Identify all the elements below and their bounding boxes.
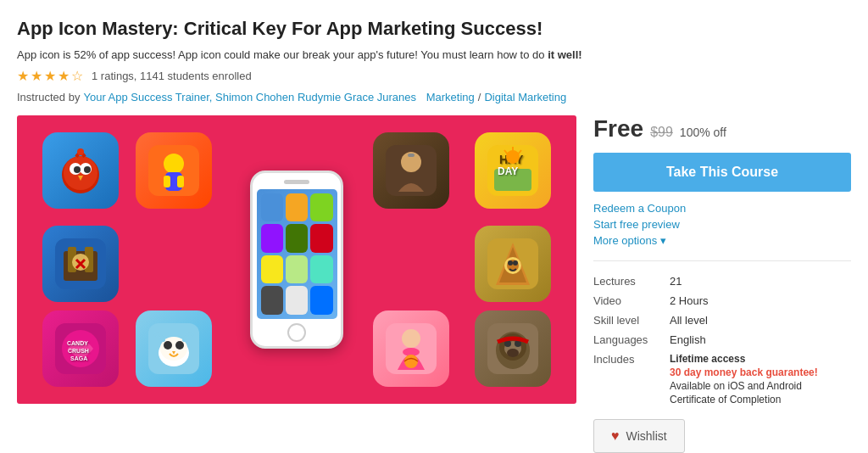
phone-app-7: [261, 255, 283, 284]
includes-values: Lifetime access 30 day money back guaran…: [670, 350, 851, 409]
svg-point-20: [506, 150, 520, 164]
svg-text:SAGA: SAGA: [70, 355, 87, 361]
phone-app-10: [261, 286, 283, 315]
warriors-icon: [373, 132, 449, 209]
svg-text:CRUSH: CRUSH: [68, 348, 89, 354]
phone-app-4: [261, 224, 283, 253]
price-original: $99: [650, 125, 673, 140]
category-marketing-link[interactable]: Marketing: [426, 91, 475, 103]
heart-icon: ♥: [611, 428, 620, 444]
angry-birds-icon: [42, 132, 119, 209]
languages-row: Languages English: [593, 330, 851, 350]
subway-surfers-icon: [136, 132, 212, 209]
temple-run-icon: [475, 226, 551, 302]
phone-app-1: [261, 193, 283, 222]
sidebar-links: Redeem a Coupon Start free preview More …: [593, 202, 851, 247]
star-rating: ★★★★☆: [17, 68, 85, 84]
more-options-link[interactable]: More options ▾: [593, 234, 851, 247]
subtitle: App icon is 52% of app success! App icon…: [17, 48, 851, 61]
candy-crush-icon: CANDY CRUSH SAGA: [42, 310, 119, 387]
svg-point-50: [404, 355, 418, 368]
svg-point-35: [513, 260, 518, 266]
phone-home-button: [287, 323, 306, 342]
svg-point-9: [164, 154, 184, 174]
video-row: Video 2 Hours: [593, 291, 851, 310]
svg-rect-11: [164, 176, 170, 187]
instructor-link[interactable]: Your App Success Trainer, Shimon Chohen …: [83, 91, 416, 103]
phone-app-9: [310, 255, 332, 284]
lectures-label: Lectures: [593, 271, 670, 291]
languages-value: English: [670, 330, 851, 350]
video-value: 2 Hours: [670, 291, 851, 310]
phone-screen: [257, 189, 337, 319]
includes-list: Lifetime access 30 day money back guaran…: [670, 353, 851, 405]
svg-point-48: [402, 329, 420, 348]
includes-row: Includes Lifetime access 30 day money ba…: [593, 350, 851, 409]
redeem-coupon-link[interactable]: Redeem a Coupon: [593, 202, 851, 215]
skill-row: Skill level All level: [593, 310, 851, 330]
center-phone: [250, 171, 343, 349]
phone-app-3: [310, 193, 332, 222]
phone-app-12: [310, 286, 332, 315]
content-area: HAY DAY: [17, 115, 851, 453]
svg-point-44: [164, 341, 172, 350]
price-row: Free $99 100% off: [593, 115, 851, 143]
bird-icon: [136, 310, 212, 387]
app-icons-container: HAY DAY: [17, 115, 576, 404]
phone-speaker: [284, 180, 309, 184]
sidebar-divider: [593, 260, 851, 261]
gorilla-icon: [475, 310, 551, 387]
svg-point-4: [74, 166, 81, 173]
svg-point-7: [77, 148, 84, 155]
phone-app-8: [286, 255, 308, 284]
rating-row: ★★★★☆ 1 ratings, 1141 students enrolled: [17, 68, 851, 84]
lectures-value: 21: [670, 271, 851, 291]
page-wrapper: App Icon Mastery: Critical Key For App M…: [0, 0, 868, 453]
category-digital-marketing-link[interactable]: Digital Marketing: [484, 91, 566, 103]
hero-image: HAY DAY: [17, 115, 576, 404]
hayday-icon: HAY DAY: [475, 132, 551, 209]
phone-app-11: [286, 286, 308, 315]
skill-value: All level: [670, 310, 851, 330]
info-table: Lectures 21 Video 2 Hours Skill level Al…: [593, 271, 851, 409]
svg-point-5: [84, 166, 91, 173]
price-discount: 100% off: [680, 126, 726, 139]
wishlist-button[interactable]: ♥ Wishlist: [593, 419, 685, 453]
svg-point-45: [175, 341, 184, 350]
languages-label: Languages: [593, 330, 670, 350]
svg-text:DAY: DAY: [498, 165, 518, 177]
svg-rect-12: [177, 176, 184, 187]
instructor-prefix: Instructed by: [17, 91, 80, 103]
instructor-row: Instructed by Your App Success Trainer, …: [17, 91, 851, 103]
clash-of-clans-icon: [42, 226, 119, 302]
wishlist-label: Wishlist: [626, 429, 667, 443]
includes-item-2: Available on iOS and Android: [670, 380, 851, 392]
take-course-button[interactable]: Take This Course: [593, 153, 851, 192]
pizza-girl-icon: [373, 310, 449, 387]
phone-app-6: [310, 224, 332, 253]
start-preview-link[interactable]: Start free preview: [593, 218, 851, 231]
page-title: App Icon Mastery: Critical Key For App M…: [17, 17, 851, 42]
phone-app-2: [286, 193, 308, 222]
includes-item-0: Lifetime access: [670, 353, 851, 365]
svg-rect-15: [408, 154, 415, 157]
skill-label: Skill level: [593, 310, 670, 330]
svg-text:CANDY: CANDY: [67, 340, 88, 346]
sidebar: Free $99 100% off Take This Course Redee…: [593, 115, 851, 453]
video-label: Video: [593, 291, 670, 310]
svg-point-57: [507, 349, 519, 357]
phone-app-5: [286, 224, 308, 253]
includes-item-1: 30 day money back guarantee!: [670, 366, 851, 378]
svg-point-34: [508, 260, 513, 266]
lectures-row: Lectures 21: [593, 271, 851, 291]
price-free: Free: [593, 115, 643, 143]
includes-label: Includes: [593, 350, 670, 409]
rating-text: 1 ratings, 1141 students enrolled: [92, 70, 252, 82]
includes-item-3: Certificate of Completion: [670, 394, 851, 405]
svg-point-1: [64, 156, 97, 190]
